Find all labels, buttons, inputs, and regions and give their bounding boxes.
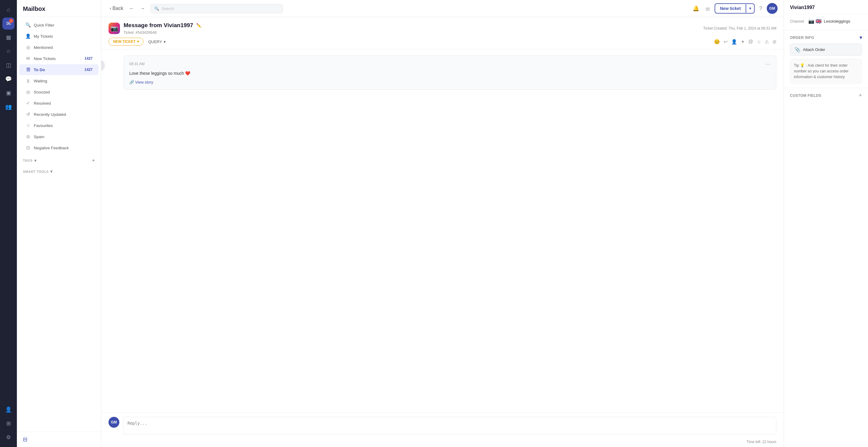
sidebar-item-label: Spam bbox=[34, 135, 44, 139]
star-icon[interactable]: ☆ bbox=[2, 45, 14, 57]
new-tickets-icon: ✉ bbox=[25, 56, 31, 61]
people-icon[interactable]: 👥 bbox=[2, 101, 14, 113]
sidebar-item-recently-updated[interactable]: ↺ Recently Updated bbox=[19, 109, 98, 120]
edit-icon[interactable]: ✏️ bbox=[196, 23, 201, 28]
back-label: Back bbox=[113, 6, 123, 11]
ticket-created: Ticket Created: Thu, Feb 1, 2024 at 08:3… bbox=[703, 26, 776, 30]
to-do-icon: ☰ bbox=[25, 67, 31, 72]
collapse-sidebar-icon[interactable]: ⊟ bbox=[23, 436, 27, 443]
mention-action-icon[interactable]: @ bbox=[748, 39, 753, 44]
instagram-icon: 📷 bbox=[108, 23, 120, 34]
sidebar-item-favourites[interactable]: ☆ Favourites bbox=[19, 120, 98, 131]
channel-section: Channel 📷 🇬🇧 Lesotoleggings bbox=[784, 14, 868, 30]
contacts-icon[interactable]: ▣ bbox=[2, 87, 14, 99]
view-story-link[interactable]: 🔗 View story bbox=[129, 80, 153, 85]
ai-action-icon[interactable]: ✦ bbox=[741, 39, 745, 44]
team-icon[interactable]: 👤 bbox=[2, 404, 14, 416]
emoji-action-icon[interactable]: 😊 bbox=[714, 39, 720, 44]
notification-bell-button[interactable]: 🔔 bbox=[691, 4, 701, 13]
sidebar-item-spam[interactable]: ⊘ Spam bbox=[19, 131, 98, 142]
reply-action-icon[interactable]: ↩ bbox=[724, 39, 727, 44]
navigate-forward-button[interactable]: → bbox=[138, 4, 147, 13]
sidebar-item-snoozed[interactable]: ◎ Snoozed bbox=[19, 87, 98, 97]
instagram-flag-icon: 📷 bbox=[808, 19, 814, 24]
messages-area: ✉ 08:31 AM ⋯ Love these leggings so much… bbox=[101, 50, 784, 412]
navigate-back-button[interactable]: ← bbox=[127, 4, 136, 13]
sidebar-item-resolved[interactable]: ✓ Resolved bbox=[19, 98, 98, 109]
new-ticket-status-button[interactable]: NEW TICKET ▾ bbox=[108, 38, 144, 46]
mailbox-icon[interactable]: ✉ 1 bbox=[2, 18, 14, 30]
sidebar-item-to-do[interactable]: ☰ To Do 1427 bbox=[19, 64, 98, 75]
sidebar: Mailbox 🔍 Quick Filter 👤 My Tickets ◎ Me… bbox=[17, 0, 101, 447]
sidebar-item-new-tickets[interactable]: ✉ New Tickets 1427 bbox=[19, 53, 98, 64]
order-info-section: ORDER INFO ▾ 📎 Attach Order Tip 💡 : Ask … bbox=[784, 30, 868, 88]
sidebar-item-my-tickets[interactable]: 👤 My Tickets bbox=[19, 31, 98, 41]
arrow-right-icon: → bbox=[140, 6, 145, 11]
block-action-icon[interactable]: ⊘ bbox=[772, 39, 776, 44]
new-ticket-button[interactable]: New ticket ▾ bbox=[715, 3, 755, 13]
my-tickets-icon: 👤 bbox=[25, 33, 31, 39]
arrow-left-icon: ← bbox=[129, 6, 134, 11]
apps-icon[interactable]: ⊞ bbox=[2, 417, 14, 429]
snoozed-icon: ◎ bbox=[25, 89, 31, 95]
chat-icon[interactable]: 💬 bbox=[2, 73, 14, 85]
ticket-meta-row: 📷 Message from Vivian1997 ✏️ Ticket: #54… bbox=[108, 22, 776, 35]
custom-fields-label: CUSTOM FIELDS bbox=[790, 93, 821, 98]
search-bar[interactable]: 🔍 Search bbox=[150, 4, 283, 13]
attach-order-button[interactable]: 📎 Attach Order bbox=[790, 43, 862, 56]
add-tag-button[interactable]: + bbox=[92, 158, 95, 163]
sidebar-nav: 🔍 Quick Filter 👤 My Tickets ◎ Mentioned … bbox=[17, 17, 101, 431]
ticket-title: Message from Vivian1997 bbox=[124, 22, 193, 29]
reply-input[interactable] bbox=[123, 417, 776, 434]
resolved-icon: ✓ bbox=[25, 100, 31, 106]
ticket-actions-row: NEW TICKET ▾ QUERY ▾ 😊 ↩ 👤 ✦ @ ☆ ⚠ ⊘ bbox=[108, 38, 776, 46]
sidebar-item-label: Recently Updated bbox=[34, 112, 66, 117]
query-button[interactable]: QUERY ▾ bbox=[145, 38, 169, 46]
message-content: Love these leggings so much ❤️ bbox=[129, 70, 771, 77]
sidebar-item-mentioned[interactable]: ◎ Mentioned bbox=[19, 42, 98, 53]
new-ticket-label[interactable]: New ticket bbox=[715, 4, 746, 13]
chart-icon[interactable]: ▦ bbox=[2, 31, 14, 43]
mentioned-icon: ◎ bbox=[25, 44, 31, 50]
back-button[interactable]: ‹ Back bbox=[107, 4, 126, 13]
sidebar-item-label: Snoozed bbox=[34, 90, 50, 94]
help-button[interactable]: ? bbox=[758, 4, 764, 13]
channel-row: Channel 📷 🇬🇧 Lesotoleggings bbox=[790, 19, 862, 24]
waiting-icon: ⧖ bbox=[25, 78, 31, 84]
tags-label: TAGS bbox=[23, 159, 33, 162]
settings-icon[interactable]: ⚙ bbox=[2, 431, 14, 443]
user-avatar[interactable]: GM bbox=[767, 3, 778, 14]
ticket-icon[interactable]: ◫ bbox=[2, 59, 14, 71]
reply-avatar: GM bbox=[108, 417, 119, 428]
filter-button[interactable]: ⚌ bbox=[704, 4, 712, 13]
sidebar-item-label: To Do bbox=[34, 67, 45, 72]
order-info-label: ORDER INFO bbox=[790, 36, 814, 40]
icon-rail: ⌂ ✉ 1 ▦ ☆ ◫ 💬 ▣ 👥 👤 ⊞ ⚙ bbox=[0, 0, 17, 447]
paperclip-icon: 📎 bbox=[795, 47, 801, 53]
query-arrow-icon: ▾ bbox=[164, 39, 166, 44]
alert-action-icon[interactable]: ⚠ bbox=[765, 39, 769, 44]
add-custom-field-button[interactable]: + bbox=[859, 92, 862, 99]
message-more-button[interactable]: ⋯ bbox=[765, 61, 771, 67]
sidebar-item-quick-filter[interactable]: 🔍 Quick Filter bbox=[19, 20, 98, 30]
main-content: ‹ Back ← → 🔍 Search 🔔 ⚌ New ticket ▾ ? G… bbox=[101, 0, 784, 447]
order-info-title: ORDER INFO ▾ bbox=[790, 35, 862, 40]
topbar-nav: ‹ Back ← → bbox=[107, 4, 147, 13]
message-bubble: 08:31 AM ⋯ Love these leggings so much ❤… bbox=[124, 56, 776, 90]
query-label: QUERY bbox=[148, 39, 162, 44]
message-time: 08:31 AM bbox=[129, 62, 145, 66]
recently-updated-icon: ↺ bbox=[25, 112, 31, 117]
order-info-chevron-icon[interactable]: ▾ bbox=[860, 35, 862, 40]
assign-action-icon[interactable]: 👤 bbox=[731, 39, 737, 44]
right-panel: Vivian1997 Channel 📷 🇬🇧 Lesotoleggings O… bbox=[784, 0, 868, 447]
status-dropdown-arrow: ▾ bbox=[137, 39, 139, 44]
star-action-icon[interactable]: ☆ bbox=[757, 39, 761, 44]
topbar: ‹ Back ← → 🔍 Search 🔔 ⚌ New ticket ▾ ? G… bbox=[101, 0, 784, 17]
smart-tools-label: SMART TOOLS bbox=[23, 170, 49, 173]
new-ticket-dropdown-arrow[interactable]: ▾ bbox=[746, 4, 754, 13]
sidebar-item-label: Negative Feedback bbox=[34, 146, 69, 150]
sidebar-item-waiting[interactable]: ⧖ Waiting bbox=[19, 76, 98, 86]
home-icon[interactable]: ⌂ bbox=[2, 4, 14, 16]
sidebar-item-negative-feedback[interactable]: ⊡ Negative Feedback bbox=[19, 142, 98, 153]
channel-flags: 📷 🇬🇧 bbox=[808, 19, 822, 24]
